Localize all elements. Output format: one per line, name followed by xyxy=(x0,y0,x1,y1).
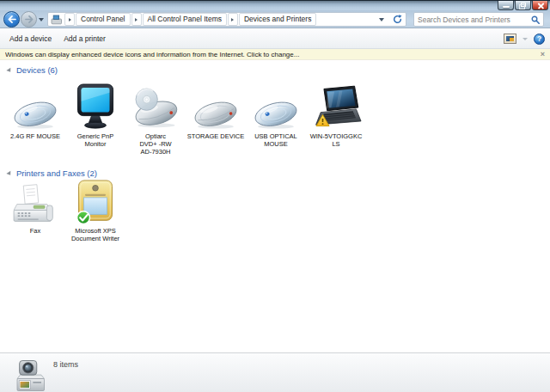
breadcrumb-all-control-panel-items[interactable]: All Control Panel Items xyxy=(143,13,227,26)
address-bar[interactable]: Control Panel All Control Panel Items De… xyxy=(47,12,406,27)
restore-button[interactable] xyxy=(515,1,531,10)
storage-device-icon xyxy=(191,93,241,131)
device-tile-24g-rf-mouse[interactable]: 2.4G RF MOUSE xyxy=(5,81,65,156)
printer-label: Fax xyxy=(30,227,41,235)
device-tile-storage-device[interactable]: STORAGE DEVICE xyxy=(186,81,246,156)
back-arrow-icon xyxy=(8,15,16,23)
help-button[interactable]: ? xyxy=(534,34,545,45)
minimize-icon xyxy=(503,6,510,8)
search-icon[interactable] xyxy=(531,15,540,24)
collapse-arrow-icon xyxy=(6,171,12,177)
add-a-device-button[interactable]: Add a device xyxy=(3,32,58,46)
device-label: Generic PnP Monitor xyxy=(77,132,114,148)
breadcrumb-control-panel[interactable]: Control Panel xyxy=(76,13,131,26)
refresh-icon xyxy=(393,15,402,24)
search-box xyxy=(413,12,544,27)
device-tile-generic-pnp-monitor[interactable]: Generic PnP Monitor xyxy=(65,81,125,156)
device-tile-usb-optical-mouse[interactable]: USB OPTICAL MOUSE xyxy=(246,81,306,156)
chevron-right-icon xyxy=(135,18,138,21)
xps-printer-default-icon xyxy=(73,179,118,225)
printer-tile-fax[interactable]: Fax xyxy=(5,177,65,242)
monitor-icon xyxy=(74,81,117,131)
dvd-drive-icon xyxy=(130,86,181,131)
close-button[interactable] xyxy=(532,1,548,10)
chevron-right-icon xyxy=(69,18,71,21)
command-toolbar: Add a device Add a printer ? xyxy=(0,28,550,49)
device-label: 2.4G RF MOUSE xyxy=(10,132,60,140)
device-tile-optiarc-dvd-rw[interactable]: Optiarc DVD+ -RW AD-7930H xyxy=(125,81,186,156)
forward-arrow-icon xyxy=(25,15,34,23)
laptop-warning-icon xyxy=(310,84,362,131)
device-tile-win-5vtoiggkcls[interactable]: WIN-5VTOIGGKC LS xyxy=(306,81,366,156)
device-label: Optiarc DVD+ -RW AD-7930H xyxy=(139,132,171,156)
printer-tile-microsoft-xps-document-writer[interactable]: Microsoft XPS Document Writer xyxy=(65,177,125,242)
collapse-arrow-icon xyxy=(6,68,12,74)
mouse-icon xyxy=(251,93,301,131)
devices-and-printers-icon xyxy=(51,15,63,25)
devices-group-title: Devices (6) xyxy=(16,65,58,75)
forward-button[interactable] xyxy=(21,11,37,28)
devices-group-header[interactable]: Devices (6) xyxy=(7,65,58,75)
restore-icon xyxy=(521,3,526,7)
mouse-icon xyxy=(10,93,60,131)
printer-label: Microsoft XPS Document Writer xyxy=(71,227,119,242)
back-button[interactable] xyxy=(3,11,20,28)
fax-icon xyxy=(11,184,59,225)
items-count: 8 items xyxy=(53,360,78,369)
refresh-button[interactable] xyxy=(390,14,404,25)
add-a-printer-button[interactable]: Add a printer xyxy=(58,32,112,46)
info-bar[interactable]: Windows can display enhanced device icon… xyxy=(0,49,550,60)
info-bar-message: Windows can display enhanced device icon… xyxy=(5,51,541,58)
device-label: STORAGE DEVICE xyxy=(187,132,245,140)
device-label: USB OPTICAL MOUSE xyxy=(254,132,297,148)
chevron-right-icon xyxy=(231,18,234,21)
printers-row: Fax Microsoft XPS Document Writer xyxy=(5,177,125,242)
views-dropdown-icon[interactable] xyxy=(522,38,528,40)
device-label: WIN-5VTOIGGKC LS xyxy=(310,132,363,148)
minimize-button[interactable] xyxy=(498,1,514,10)
change-view-button[interactable] xyxy=(504,34,516,44)
info-bar-close-icon[interactable]: × xyxy=(541,50,545,58)
recent-pages-dropdown-icon[interactable] xyxy=(39,18,44,21)
breadcrumb-devices-and-printers[interactable]: Devices and Printers xyxy=(239,13,316,26)
title-bar xyxy=(0,0,550,10)
breadcrumb-separator[interactable] xyxy=(228,13,238,26)
devices-row: 2.4G RF MOUSE Generic PnP Monitor Optiar… xyxy=(5,81,366,156)
breadcrumb-separator[interactable] xyxy=(131,13,142,26)
details-pane: 8 items xyxy=(0,352,550,392)
address-dropdown-icon[interactable] xyxy=(379,18,384,21)
breadcrumb-root-dropdown[interactable] xyxy=(64,13,75,26)
content-area: Devices (6) 2.4G RF MOUSE Generic PnP Mo… xyxy=(0,60,550,352)
search-input[interactable] xyxy=(418,15,531,24)
navigation-bar: Control Panel All Control Panel Items De… xyxy=(0,10,550,28)
devices-collection-icon xyxy=(11,357,47,392)
devices-and-printers-window: Control Panel All Control Panel Items De… xyxy=(0,0,550,392)
